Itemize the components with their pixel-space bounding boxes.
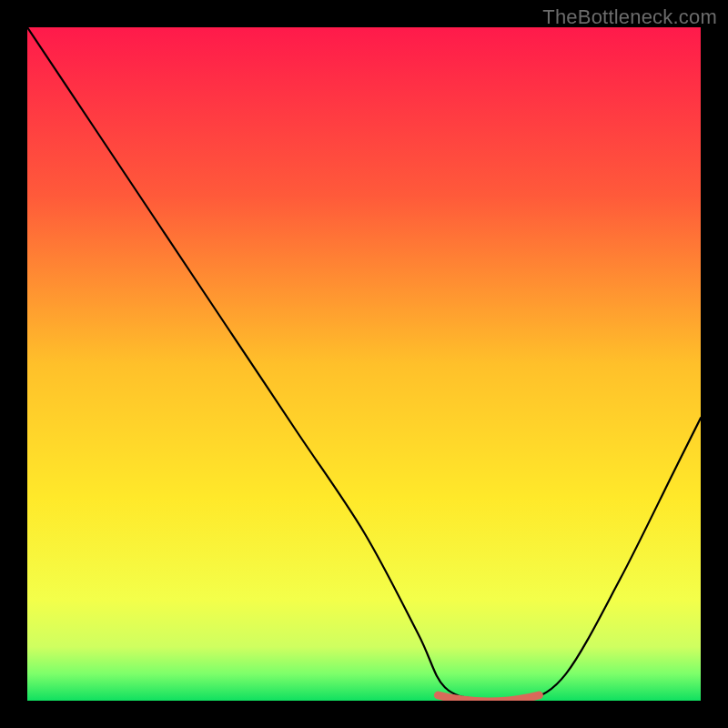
gradient-background xyxy=(27,27,701,701)
chart-svg xyxy=(27,27,701,701)
chart-container: TheBottleneck.com xyxy=(0,0,728,728)
plot-area xyxy=(27,27,701,701)
watermark-text: TheBottleneck.com xyxy=(542,5,717,29)
